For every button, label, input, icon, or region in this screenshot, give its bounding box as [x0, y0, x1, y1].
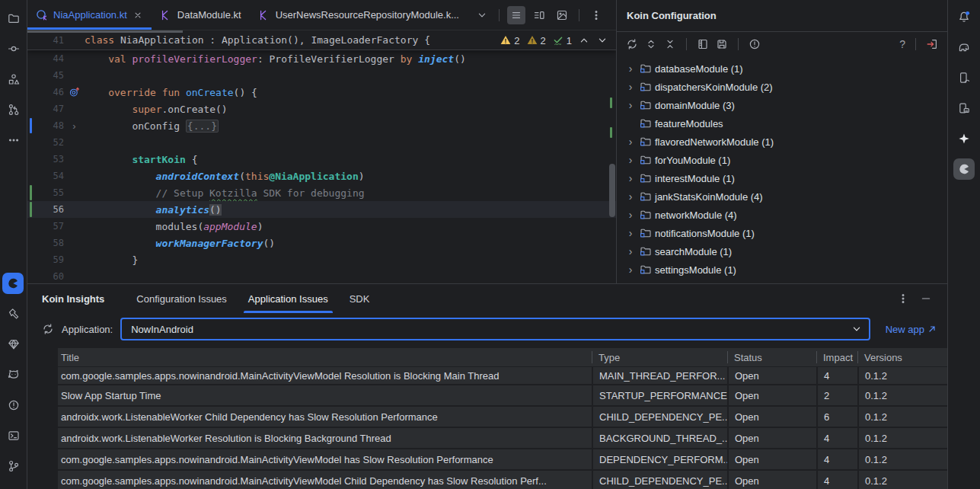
- toolwindow-button-problems[interactable]: [2, 393, 25, 417]
- code-line-55[interactable]: 55// Setup Kotzilla SDK for debugging: [27, 184, 616, 201]
- code-line-45[interactable]: 45: [27, 67, 616, 84]
- tree-item-databaseModule[interactable]: ›databaseModule (1): [617, 59, 947, 78]
- warn-circle-icon[interactable]: [749, 38, 761, 50]
- toolwindow-button-device-explorer[interactable]: [953, 66, 975, 90]
- toolwindow-button-running-devices[interactable]: [953, 96, 975, 120]
- expand-chevron-icon[interactable]: ›: [624, 99, 637, 111]
- expand-chevron-icon[interactable]: ›: [624, 190, 637, 203]
- issue-row[interactable]: com.google.samples.apps.nowinandroid.Mai…: [58, 366, 947, 384]
- expand-chevron-icon[interactable]: ›: [624, 264, 637, 276]
- editor-tab-datamodule-kt[interactable]: DataModule.kt: [152, 0, 250, 30]
- expand-chevron-icon[interactable]: ›: [624, 209, 637, 221]
- insights-tab-configuration-issues[interactable]: Configuration Issues: [127, 284, 236, 313]
- toolwindow-button-build[interactable]: [2, 302, 25, 326]
- help-button[interactable]: ?: [899, 38, 905, 50]
- report-icon[interactable]: [697, 38, 709, 50]
- tree-item-flavoredNetworkModule[interactable]: ›flavoredNetworkModule (1): [617, 133, 947, 151]
- tree-item-interestModule[interactable]: ›interestModule (1): [617, 169, 947, 187]
- design-view-icon[interactable]: [553, 6, 571, 24]
- split-view-icon[interactable]: [530, 6, 548, 24]
- code-line-57[interactable]: 57modules(appModule): [27, 218, 616, 235]
- issue-row[interactable]: Slow App Startup TimeSTARTUP_PERFORMANCE…: [58, 384, 947, 405]
- editor-more-menu-icon[interactable]: [587, 6, 605, 24]
- code-line-44[interactable]: 44val profileVerifierLogger: ProfileVeri…: [27, 50, 616, 67]
- expand-chevron-icon[interactable]: ›: [624, 81, 637, 93]
- insights-tab-application-issues[interactable]: Application Issues: [239, 284, 337, 313]
- weak-warnings-count[interactable]: 2: [526, 34, 546, 46]
- code-editor[interactable]: 41class NiaApplication : Application(), …: [27, 30, 616, 283]
- new-app-link[interactable]: New app: [886, 324, 937, 335]
- next-problem-icon[interactable]: [596, 34, 608, 46]
- toolwindow-button-notifications[interactable]: [953, 5, 975, 29]
- expand-chevron-icon[interactable]: ›: [624, 136, 637, 148]
- issue-row[interactable]: com.google.samples.apps.nowinandroid.Mai…: [58, 448, 947, 469]
- tree-item-domainModule[interactable]: ›domainModule (3): [617, 96, 947, 114]
- column-header-title[interactable]: Title: [58, 351, 592, 363]
- toolwindow-button-ai-assistant[interactable]: [953, 126, 975, 151]
- tab-scrollbar[interactable]: [27, 30, 183, 33]
- toolwindow-button-project[interactable]: [2, 6, 25, 30]
- toolwindow-button-koin[interactable]: [2, 273, 24, 294]
- toolwindow-button-gradle[interactable]: [953, 35, 975, 59]
- toolwindow-button-structure[interactable]: [2, 67, 25, 91]
- insights-options-icon[interactable]: [897, 292, 909, 305]
- code-line-60[interactable]: 60: [27, 268, 616, 283]
- code-line-46[interactable]: 46override fun onCreate() {: [27, 84, 616, 101]
- column-header-status[interactable]: Status: [727, 351, 816, 363]
- tree-item-jankStatsKoinModule[interactable]: ›jankStatsKoinModule (4): [617, 187, 947, 206]
- issue-row[interactable]: androidx.work.ListenableWorker Resolutio…: [58, 427, 947, 448]
- tree-item-settingsModule[interactable]: ›settingsModule (1): [617, 260, 947, 279]
- hide-panel-icon[interactable]: [920, 292, 932, 305]
- sync-icon[interactable]: [626, 38, 638, 50]
- code-line-53[interactable]: 53startKoin {: [27, 151, 616, 168]
- save-icon[interactable]: [716, 38, 728, 50]
- application-select[interactable]: NowInAndroid: [120, 318, 870, 340]
- toolwindow-button-dependencies[interactable]: [2, 332, 25, 356]
- show-hidden-tabs-chevron-icon[interactable]: [473, 6, 491, 24]
- code-line-58[interactable]: 58workManagerFactory(): [27, 235, 616, 251]
- toolwindow-button-kodee-cat[interactable]: [2, 363, 25, 387]
- expand-all-icon[interactable]: [645, 38, 657, 50]
- passed-inspections-count[interactable]: 1: [552, 34, 572, 46]
- code-line-52[interactable]: 52: [27, 134, 616, 151]
- expand-chevron-icon[interactable]: ›: [624, 154, 637, 166]
- column-header-impact[interactable]: Impact: [816, 351, 857, 363]
- toolwindow-button-koin-panel[interactable]: [953, 158, 975, 180]
- toolwindow-button-more-tool-windows[interactable]: [2, 128, 25, 152]
- editor-tab-niaapplication-kt[interactable]: NiaApplication.kt: [27, 0, 152, 30]
- tree-item-forYouModule[interactable]: ›forYouModule (1): [617, 151, 947, 169]
- expand-chevron-icon[interactable]: ›: [624, 227, 637, 239]
- issue-row[interactable]: com.google.samples.apps.nowinandroid.Mai…: [58, 469, 947, 489]
- tree-item-networkModule[interactable]: ›networkModule (4): [617, 206, 947, 224]
- insights-tab-sdk[interactable]: SDK: [340, 284, 379, 313]
- inspections-widget[interactable]: 2 2 1: [500, 30, 608, 50]
- tree-item-notificationsModule[interactable]: ›notificationsModule (1): [617, 224, 947, 242]
- toolwindow-button-terminal[interactable]: [2, 423, 25, 448]
- column-header-versions[interactable]: Versions: [857, 351, 947, 363]
- refresh-icon[interactable]: [42, 323, 54, 335]
- expand-chevron-icon[interactable]: ›: [624, 245, 637, 257]
- fold-chevron-icon[interactable]: ›: [64, 120, 85, 132]
- code-line-59[interactable]: 59}: [27, 251, 616, 268]
- toolwindow-button-commit[interactable]: [2, 37, 25, 61]
- code-line-48[interactable]: 48›onConfig {...}: [27, 117, 616, 134]
- code-line-56[interactable]: 56analytics(): [27, 201, 616, 218]
- issue-row[interactable]: androidx.work.ListenableWorker Child Dep…: [58, 405, 947, 427]
- toolwindow-button-version-control[interactable]: [2, 454, 25, 478]
- previous-problem-icon[interactable]: [578, 34, 590, 46]
- expand-chevron-icon[interactable]: ›: [624, 172, 637, 184]
- tree-item-featureModules[interactable]: featureModules: [617, 114, 947, 133]
- warnings-count[interactable]: 2: [500, 34, 519, 46]
- editor-scrollbar[interactable]: [609, 164, 615, 217]
- tree-item-dispatchersKoinModule[interactable]: ›dispatchersKoinModule (2): [617, 78, 947, 96]
- toolwindow-button-pull-requests[interactable]: [2, 97, 25, 122]
- exit-icon[interactable]: [926, 38, 938, 50]
- code-line-41[interactable]: 41class NiaApplication : Application(), …: [27, 32, 430, 49]
- expand-chevron-icon[interactable]: ›: [624, 62, 637, 75]
- collapse-all-icon[interactable]: [664, 38, 676, 50]
- tree-item-searchModule[interactable]: ›searchModule (1): [617, 242, 947, 260]
- code-view-icon[interactable]: [507, 6, 525, 24]
- code-line-54[interactable]: 54androidContext(this@NiaApplication): [27, 168, 616, 184]
- code-line-47[interactable]: 47super.onCreate(): [27, 101, 616, 117]
- close-tab-icon[interactable]: [132, 9, 143, 21]
